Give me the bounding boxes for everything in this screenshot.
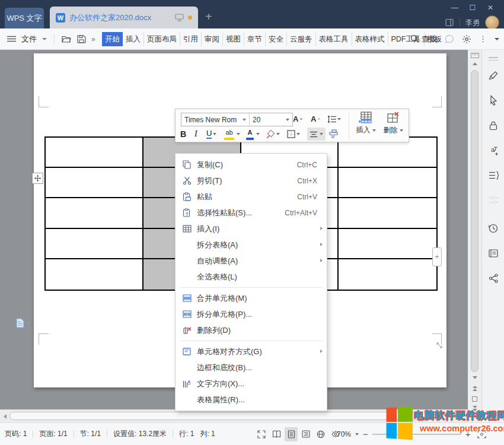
share-icon[interactable] xyxy=(482,268,504,288)
tab-insert[interactable]: 插入 xyxy=(123,32,144,46)
read-mode-icon[interactable] xyxy=(270,427,283,441)
web-layout-icon[interactable] xyxy=(314,427,327,441)
menu-item-merge-cells[interactable]: 合并单元格(M) xyxy=(176,290,327,306)
highlight-color-button[interactable]: ab xyxy=(223,128,240,141)
lock-icon[interactable] xyxy=(482,115,504,135)
notebook-icon[interactable] xyxy=(482,243,504,263)
tab-cloud[interactable]: 云服务 xyxy=(287,32,316,46)
outline-list-icon[interactable] xyxy=(482,165,504,185)
zoom-level[interactable]: 70% xyxy=(337,430,351,438)
paste-options-button[interactable] xyxy=(15,318,30,328)
borders-button[interactable] xyxy=(287,128,300,141)
menu-item-split-table[interactable]: 拆分表格(A) xyxy=(176,237,327,253)
menu-item-split-cells[interactable]: 拆分单元格(P)... xyxy=(176,306,327,322)
menu-item-delete-column[interactable]: 删除列(D) xyxy=(176,322,327,338)
add-row-button[interactable]: + xyxy=(432,247,442,266)
collapse-ribbon-icon[interactable] xyxy=(495,38,499,40)
tab-table-tools[interactable]: 表格工具 xyxy=(316,32,352,46)
scroll-up-arrow[interactable] xyxy=(473,62,477,65)
menu-item-paste-special[interactable]: ? 选择性粘贴(S)... Ctrl+Alt+V xyxy=(176,205,327,221)
menu-item-copy[interactable]: 复制(C) Ctrl+C xyxy=(176,157,327,173)
menu-item-paste[interactable]: 粘贴 Ctrl+V xyxy=(176,189,327,205)
table-cell[interactable] xyxy=(46,138,143,168)
table-cell[interactable] xyxy=(339,168,436,198)
font-color-button[interactable]: A xyxy=(245,128,260,141)
tab-section[interactable]: 章节 xyxy=(244,32,266,46)
table-resize-handle[interactable] xyxy=(436,342,443,349)
table-cell[interactable] xyxy=(46,259,143,290)
new-tab-button[interactable]: + xyxy=(205,11,212,23)
zoom-slider-thumb[interactable] xyxy=(403,431,410,437)
menu-item-insert[interactable]: 插入(I) xyxy=(176,221,327,237)
zoom-out-button[interactable]: − xyxy=(363,430,368,438)
panel-drag-handle[interactable] xyxy=(489,57,498,61)
bold-button[interactable]: B xyxy=(180,128,186,141)
tab-review[interactable]: 审阅 xyxy=(202,32,223,46)
tab-table-style[interactable]: 表格样式 xyxy=(352,32,388,46)
previous-page-button[interactable] xyxy=(468,386,481,391)
table-cell[interactable] xyxy=(46,229,143,259)
next-page-button[interactable] xyxy=(468,406,481,411)
scroll-left-arrow[interactable] xyxy=(4,414,7,419)
table-insert-button[interactable]: 插入 xyxy=(352,112,379,135)
chevron-down-icon[interactable] xyxy=(42,38,47,40)
shading-color-button[interactable] xyxy=(266,128,280,141)
table-delete-button[interactable]: 删除 xyxy=(379,112,407,135)
file-menu[interactable]: 文件 xyxy=(21,34,37,44)
align-center-button[interactable] xyxy=(307,128,326,141)
tab-references[interactable]: 引用 xyxy=(180,32,202,46)
horizontal-scroll-thumb[interactable] xyxy=(9,412,428,420)
table-cell[interactable] xyxy=(339,198,436,228)
vertical-scrollbar[interactable] xyxy=(468,50,481,422)
tab-home[interactable]: 开始 xyxy=(102,32,123,46)
gear-icon[interactable] xyxy=(462,34,471,44)
document-tab[interactable]: W 办公软件之家2020.docx xyxy=(50,7,198,28)
save-icon[interactable] xyxy=(77,35,86,43)
italic-button[interactable]: I xyxy=(194,128,197,141)
close-button[interactable]: ✕ xyxy=(481,1,499,14)
history-clock-icon[interactable] xyxy=(482,218,504,239)
kebab-menu-icon[interactable]: ⋮ xyxy=(479,34,487,43)
menu-item-cell-alignment[interactable]: 单元格对齐方式(G) xyxy=(176,344,327,360)
user-name[interactable]: 李勇 xyxy=(465,18,480,28)
menu-item-select-table[interactable]: 全选表格(L) xyxy=(176,269,327,285)
hamburger-icon[interactable] xyxy=(7,36,16,42)
outline-view-icon[interactable] xyxy=(299,427,312,441)
sidebar-toggle-icon[interactable] xyxy=(445,18,454,27)
ruler-toggle-icon[interactable] xyxy=(471,53,479,58)
menu-item-cut[interactable]: 剪切(T) Ctrl+X xyxy=(176,173,327,189)
print-layout-icon[interactable] xyxy=(285,427,298,441)
zoom-slider[interactable] xyxy=(372,434,461,435)
vertical-scroll-thumb[interactable] xyxy=(471,70,479,372)
line-spacing-button[interactable] xyxy=(327,113,341,125)
table-cell[interactable] xyxy=(339,259,436,290)
menu-item-table-properties[interactable]: 表格属性(R)... xyxy=(176,392,327,408)
table-move-handle[interactable] xyxy=(32,173,43,184)
table-cell[interactable] xyxy=(339,229,436,259)
font-size-select[interactable]: 20 xyxy=(249,113,292,126)
app-tab[interactable]: WPS 文字 xyxy=(5,8,44,28)
grow-font-button[interactable]: A⁺ xyxy=(293,113,302,125)
scroll-down-arrow[interactable] xyxy=(468,376,481,379)
menu-item-autofit[interactable]: 自动调整(A) xyxy=(176,253,327,269)
font-name-select[interactable]: Times New Roma xyxy=(181,113,249,126)
underline-button[interactable]: U xyxy=(206,128,216,141)
minimize-button[interactable]: — xyxy=(446,1,464,14)
tab-security[interactable]: 安全 xyxy=(266,32,287,46)
avatar[interactable] xyxy=(485,15,499,30)
select-cursor-icon[interactable] xyxy=(482,90,504,110)
translate-icon[interactable]: a xyxy=(482,140,504,160)
table-cell[interactable] xyxy=(46,168,143,198)
comment-icon[interactable] xyxy=(445,34,454,43)
find-button[interactable]: 查找 xyxy=(410,34,437,44)
open-folder-icon[interactable] xyxy=(62,35,72,43)
zoom-dropdown-icon[interactable] xyxy=(355,433,359,436)
edit-pen-icon[interactable] xyxy=(482,65,504,85)
tab-page-layout[interactable]: 页面布局 xyxy=(144,32,180,46)
tab-view[interactable]: 视图 xyxy=(223,32,244,46)
table-cell[interactable] xyxy=(46,198,143,228)
menu-item-text-direction[interactable]: A 文字方向(X)... xyxy=(176,376,327,392)
format-painter-button[interactable] xyxy=(328,128,339,141)
horizontal-scrollbar[interactable] xyxy=(0,409,468,422)
shrink-font-button[interactable]: A⁻ xyxy=(311,113,320,125)
